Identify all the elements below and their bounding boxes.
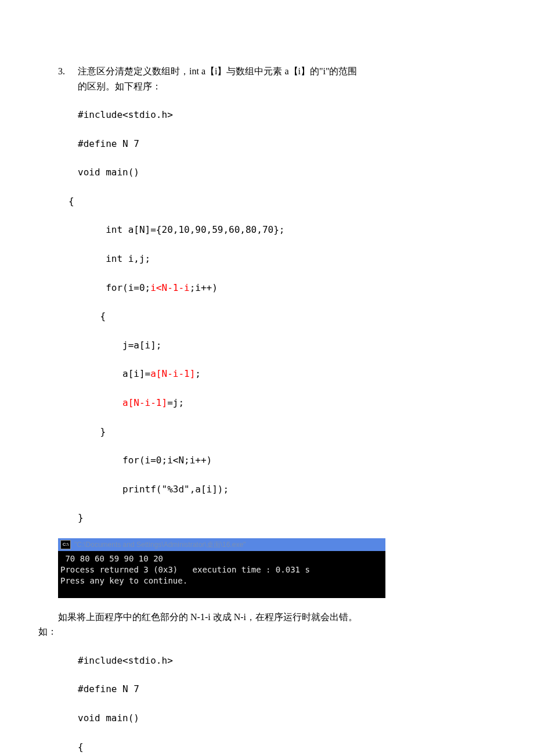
code-text: =j; [167, 397, 184, 408]
terminal-line: Process returned 3 (0x3) execution time … [60, 564, 383, 575]
terminal-window: C:\ "C:\Documents and Settings\Administr… [58, 538, 385, 598]
code-text: a[i]= [78, 368, 150, 379]
page-content: 3. 注意区分清楚定义数组时，int a【i】与数组中元素 a【i】的"i"的范… [0, 0, 534, 756]
item-body: 注意区分清楚定义数组时，int a【i】与数组中元素 a【i】的"i"的范围 的… [78, 64, 476, 756]
list-item-3: 3. 注意区分清楚定义数组时，int a【i】与数组中元素 a【i】的"i"的范… [58, 64, 476, 756]
terminal-line: Press any key to continue. [60, 575, 383, 586]
code-line: { [78, 740, 476, 755]
paragraph-after-2: 如： [38, 624, 476, 639]
terminal-title-text: "C:\Documents and Settings\Administrator… [74, 539, 246, 550]
cmd-icon: C:\ [60, 540, 71, 549]
intro-line-1: 注意区分清楚定义数组时，int a【i】与数组中元素 a【i】的"i"的范围 [78, 64, 476, 79]
code-line: } [78, 511, 476, 525]
terminal-titlebar: C:\ "C:\Documents and Settings\Administr… [58, 538, 385, 551]
code-line: void main() [78, 165, 476, 180]
code-line: #define N 7 [78, 682, 476, 697]
code-line: a[N-i-1]=j; [78, 396, 476, 411]
terminal-line: 70 80 60 59 90 10 20 [60, 553, 383, 564]
code-line: #include<stdio.h> [78, 654, 476, 668]
code-highlight: i<N-1-i [150, 282, 189, 293]
code-block-1: #include<stdio.h> #define N 7 void main(… [78, 93, 476, 525]
terminal-body: 70 80 60 59 90 10 20Process returned 3 (… [58, 551, 385, 598]
code-line: } [78, 425, 476, 440]
code-highlight: a[N-i-1] [122, 397, 167, 408]
code-block-2: #include<stdio.h> #define N 7 void main(… [78, 639, 476, 756]
code-line: a[i]=a[N-i-1]; [78, 367, 476, 381]
code-line: int a[N]={20,10,90,59,60,80,70}; [78, 223, 476, 237]
item-number: 3. [58, 64, 78, 79]
code-line: void main() [78, 711, 476, 726]
code-line: { [78, 309, 476, 324]
code-line: printf("%3d",a[i]); [78, 483, 476, 497]
code-text: ;i++) [190, 282, 218, 293]
code-line: for(i=0;i<N;i++) [78, 453, 476, 468]
paragraph-after: 如果将上面程序中的红色部分的 N-1-i 改成 N-i，在程序运行时就会出错。 [58, 610, 476, 625]
code-highlight: a[N-i-1] [150, 368, 195, 379]
code-line: #include<stdio.h> [78, 108, 476, 123]
code-line: #define N 7 [78, 137, 476, 152]
code-text: ; [195, 368, 201, 379]
code-line: int i,j; [78, 252, 476, 267]
code-text: for(i=0; [78, 282, 150, 293]
code-line: { [68, 195, 476, 209]
intro-line-2: 的区别。如下程序： [78, 79, 476, 94]
code-text [78, 397, 122, 408]
code-line: j=a[i]; [78, 339, 476, 353]
code-line: for(i=0;i<N-1-i;i++) [78, 281, 476, 296]
